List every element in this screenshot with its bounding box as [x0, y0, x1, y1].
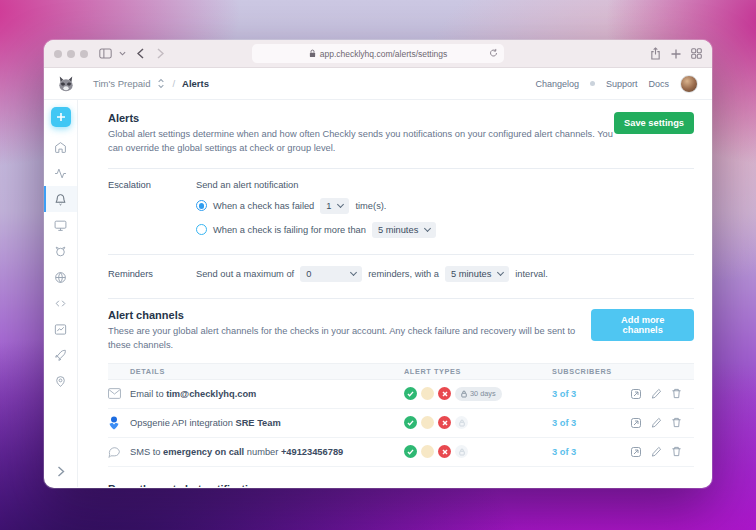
success-check-badge [404, 387, 417, 400]
window-controls[interactable] [54, 50, 88, 58]
sidebar-item-locations-pin[interactable] [44, 368, 77, 394]
chevron-down-icon[interactable] [119, 51, 126, 56]
sidebar-item-create-new[interactable] [51, 107, 71, 127]
new-tab-icon[interactable] [671, 49, 681, 59]
channel-text-bold: emergency on call [163, 447, 244, 457]
reminders-count-select[interactable]: 0 [300, 266, 362, 282]
delete-trash-icon[interactable] [671, 417, 682, 428]
url-text: app.checklyhq.com/alerts/settings [320, 49, 448, 59]
column-header-subscribers: SUBSCRIBERS [552, 367, 630, 376]
chevron-down-icon [497, 269, 504, 276]
add-more-channels-button[interactable]: Add more channels [591, 309, 694, 341]
account-switcher-chevrons-icon[interactable] [157, 78, 165, 89]
chevron-down-icon [424, 225, 431, 232]
reminders-suffix-text: interval. [515, 269, 548, 279]
failed-count-select[interactable]: 1 [320, 198, 349, 214]
escalation-failed-suffix: time(s). [355, 201, 386, 211]
sidebar-toggle-icon[interactable] [99, 48, 112, 59]
sidebar-item-code[interactable] [44, 290, 77, 316]
reminders-mid-text: reminders, with a [368, 269, 439, 279]
channel-text-bold: SRE Team [235, 418, 280, 428]
save-settings-button[interactable]: Save settings [614, 112, 694, 134]
opsgenie-icon [108, 416, 130, 430]
escalation-label: Escalation [108, 180, 196, 238]
escalation-duration-radio[interactable] [196, 224, 207, 235]
send-test-alert-icon[interactable] [630, 388, 642, 400]
escalation-intro: Send an alert notification [196, 180, 436, 190]
alert-type-badges [404, 445, 552, 458]
edit-pencil-icon[interactable] [651, 446, 662, 457]
sidebar-item-analytics-chart[interactable] [44, 316, 77, 342]
changelog-dot-badge [590, 81, 595, 86]
chevron-down-icon [350, 269, 357, 276]
sidebar-collapse-chevron-icon[interactable] [57, 466, 65, 477]
zoom-window-button[interactable] [80, 50, 88, 58]
channel-text: number [244, 447, 281, 457]
channel-text-bold: tim@checklyhq.com [166, 389, 256, 399]
table-row-opsgenie-channel: Opsgenie API integration SRE Team 3 of 3 [108, 409, 694, 438]
degraded-badge [421, 445, 434, 458]
column-header-alert-types: ALERT TYPES [404, 367, 552, 376]
nav-docs-link[interactable]: Docs [648, 79, 669, 89]
account-switcher-label[interactable]: Tim's Prepaid [93, 78, 150, 89]
ssl-days-text: 30 days [470, 389, 496, 398]
close-window-button[interactable] [54, 50, 62, 58]
nav-changelog-link[interactable]: Changelog [535, 79, 579, 89]
failure-x-badge [438, 416, 451, 429]
sidebar-item-home[interactable] [44, 134, 77, 160]
edit-pencil-icon[interactable] [651, 388, 662, 399]
browser-window: app.checklyhq.com/alerts/settings [44, 40, 712, 488]
chevron-down-icon [337, 201, 344, 208]
alerts-section-title: Alerts [108, 112, 613, 124]
email-icon [108, 388, 130, 399]
header-nav: Changelog Support Docs [535, 75, 698, 93]
tab-overview-icon[interactable] [691, 48, 702, 59]
channels-section-title: Alert channels [108, 309, 591, 321]
subscribers-link[interactable]: 3 of 3 [552, 447, 576, 457]
failing-duration-select[interactable]: 5 minutes [372, 222, 436, 238]
escalation-failed-radio[interactable] [196, 200, 207, 211]
sidebar-item-globe[interactable] [44, 264, 77, 290]
desktop-background: app.checklyhq.com/alerts/settings [0, 0, 756, 530]
back-button-icon[interactable] [137, 48, 144, 59]
send-test-alert-icon[interactable] [630, 446, 642, 458]
nav-support-link[interactable]: Support [606, 79, 638, 89]
delete-trash-icon[interactable] [671, 446, 682, 457]
address-bar[interactable]: app.checklyhq.com/alerts/settings [252, 44, 504, 63]
reminders-interval-select[interactable]: 5 minutes [445, 266, 509, 282]
subscribers-link[interactable]: 3 of 3 [552, 389, 576, 399]
reminders-count-value: 0 [306, 269, 311, 279]
channels-section-description: These are your global alert channels for… [108, 325, 591, 353]
sidebar-item-checks-activity[interactable] [44, 160, 77, 186]
sidebar-item-dashboards-monitor[interactable] [44, 212, 77, 238]
checkly-logo[interactable] [56, 74, 76, 94]
main-content: Alerts Global alert settings determine w… [78, 100, 712, 487]
table-row-email-channel: Email to tim@checklyhq.com 30 days 3 of … [108, 380, 694, 409]
ssl-expiry-badge: 30 days [455, 387, 502, 401]
sidebar-item-rocket[interactable] [44, 342, 77, 368]
minimize-window-button[interactable] [67, 50, 75, 58]
divider [108, 298, 694, 299]
reminders-label: Reminders [108, 269, 196, 279]
table-row-sms-channel: SMS to emergency on call number +4912345… [108, 438, 694, 467]
send-test-alert-icon[interactable] [630, 417, 642, 429]
subscribers-link[interactable]: 3 of 3 [552, 418, 576, 428]
browser-toolbar: app.checklyhq.com/alerts/settings [44, 40, 712, 68]
sidebar-item-raccoon[interactable] [44, 238, 77, 264]
failing-duration-value: 5 minutes [378, 225, 418, 235]
channel-text: SMS to [130, 447, 163, 457]
sidebar-item-alerts-bell[interactable] [44, 186, 77, 212]
forward-button-icon[interactable] [157, 48, 164, 59]
user-avatar[interactable] [680, 75, 698, 93]
edit-pencil-icon[interactable] [651, 417, 662, 428]
success-check-badge [404, 445, 417, 458]
delete-trash-icon[interactable] [671, 388, 682, 399]
lock-icon [309, 49, 316, 58]
alert-type-badges [404, 416, 552, 429]
reload-icon[interactable] [489, 48, 498, 58]
reminders-row: Reminders Send out a maximum of 0 remind… [108, 255, 694, 286]
share-icon[interactable] [650, 47, 661, 60]
breadcrumb-separator: / [172, 78, 175, 89]
alert-type-badges: 30 days [404, 387, 552, 401]
escalation-failed-text: When a check has failed [213, 201, 314, 211]
